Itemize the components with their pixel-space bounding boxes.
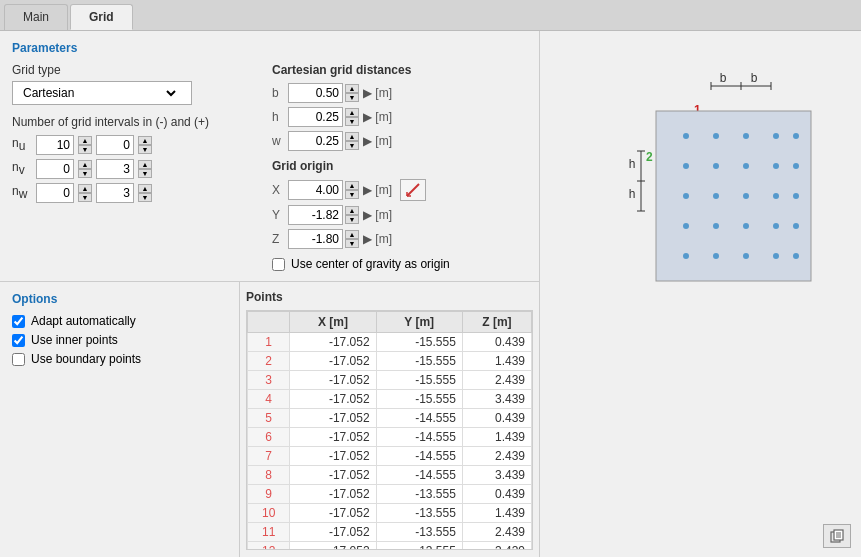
svg-text:h: h (628, 187, 635, 201)
option-adapt-checkbox[interactable] (12, 315, 25, 328)
nv-plus-up[interactable]: ▲ (138, 160, 152, 169)
svg-point-34 (773, 193, 779, 199)
interval-row-nu: nu ▲ ▼ ▲ ▼ (12, 135, 252, 155)
intervals-label: Number of grid intervals in (-) and (+) (12, 115, 252, 129)
option-adapt: Adapt automatically (12, 314, 227, 328)
option-inner-label[interactable]: Use inner points (31, 333, 118, 347)
nw-minus-up[interactable]: ▲ (78, 184, 92, 193)
gravity-checkbox[interactable] (272, 258, 285, 271)
origin-z-down[interactable]: ▼ (345, 239, 359, 248)
svg-point-43 (743, 253, 749, 259)
option-inner: Use inner points (12, 333, 227, 347)
nu-plus-input[interactable] (96, 135, 134, 155)
left-panel: Parameters Grid type Cartesian Cylindric… (0, 31, 540, 557)
col-header-y: Y [m] (376, 312, 462, 333)
points-table-container[interactable]: X [m] Y [m] Z [m] 1-17.052-15.5550.4392-… (246, 310, 533, 550)
origin-y-spinbtns: ▲ ▼ (345, 206, 359, 224)
origin-y-input[interactable] (288, 205, 343, 225)
option-boundary-label[interactable]: Use boundary points (31, 352, 141, 366)
nu-plus-up[interactable]: ▲ (138, 136, 152, 145)
nu-minus-down[interactable]: ▼ (78, 145, 92, 154)
cart-b-down[interactable]: ▼ (345, 93, 359, 102)
gravity-checkbox-row: Use center of gravity as origin (272, 257, 527, 271)
nu-plus-down[interactable]: ▼ (138, 145, 152, 154)
origin-z-input[interactable] (288, 229, 343, 249)
cartesian-title: Cartesian grid distances (272, 63, 527, 77)
option-inner-checkbox[interactable] (12, 334, 25, 347)
nw-minus-group: ▲ ▼ (36, 183, 92, 203)
nv-plus-down[interactable]: ▼ (138, 169, 152, 178)
cart-b-unit: ▶ [m] (363, 86, 392, 100)
svg-text:b: b (719, 71, 726, 85)
origin-row-y: Y ▲ ▼ ▶ [m] (272, 205, 527, 225)
parameters-section: Parameters Grid type Cartesian Cylindric… (0, 31, 539, 282)
cart-w-spinbtns: ▲ ▼ (345, 132, 359, 150)
svg-point-30 (793, 163, 799, 169)
table-row: 9-17.052-13.5550.439 (248, 485, 532, 504)
origin-x-up[interactable]: ▲ (345, 181, 359, 190)
cart-h-up[interactable]: ▲ (345, 108, 359, 117)
nv-plus-input[interactable] (96, 159, 134, 179)
svg-point-22 (713, 133, 719, 139)
svg-point-23 (743, 133, 749, 139)
origin-y-up[interactable]: ▲ (345, 206, 359, 215)
nw-minus-input[interactable] (36, 183, 74, 203)
tab-grid[interactable]: Grid (70, 4, 133, 30)
origin-z-up[interactable]: ▲ (345, 230, 359, 239)
nv-minus-down[interactable]: ▼ (78, 169, 92, 178)
grid-type-select[interactable]: Cartesian Cylindrical Polar (19, 85, 179, 101)
origin-x-input[interactable] (288, 180, 343, 200)
nv-minus-input[interactable] (36, 159, 74, 179)
gravity-label[interactable]: Use center of gravity as origin (291, 257, 450, 271)
option-adapt-label[interactable]: Adapt automatically (31, 314, 136, 328)
cart-b-up[interactable]: ▲ (345, 84, 359, 93)
svg-point-38 (743, 223, 749, 229)
grid-type-dropdown[interactable]: Cartesian Cylindrical Polar (12, 81, 192, 105)
table-header-row: X [m] Y [m] Z [m] (248, 312, 532, 333)
origin-y-down[interactable]: ▼ (345, 215, 359, 224)
cart-w-input[interactable] (288, 131, 343, 151)
nv-minus-up[interactable]: ▲ (78, 160, 92, 169)
nv-plus-group: ▲ ▼ (96, 159, 152, 179)
cart-h-input[interactable] (288, 107, 343, 127)
table-row: 3-17.052-15.5552.439 (248, 371, 532, 390)
origin-z-unit: ▶ [m] (363, 232, 392, 246)
points-table: X [m] Y [m] Z [m] 1-17.052-15.5550.4392-… (247, 311, 532, 550)
table-row: 11-17.052-13.5552.439 (248, 523, 532, 542)
main-content: Parameters Grid type Cartesian Cylindric… (0, 31, 861, 557)
svg-point-28 (743, 163, 749, 169)
tab-main[interactable]: Main (4, 4, 68, 30)
cart-b-label: b (272, 86, 288, 100)
cart-b-input[interactable] (288, 83, 343, 103)
table-row: 4-17.052-15.5553.439 (248, 390, 532, 409)
option-boundary: Use boundary points (12, 352, 227, 366)
option-boundary-checkbox[interactable] (12, 353, 25, 366)
svg-point-36 (683, 223, 689, 229)
params-left: Grid type Cartesian Cylindrical Polar Nu… (12, 63, 252, 271)
nu-minus-up[interactable]: ▲ (78, 136, 92, 145)
cart-b-spinbtns: ▲ ▼ (345, 84, 359, 102)
right-panel: b b h h 1 2 (540, 31, 861, 557)
nw-plus-down[interactable]: ▼ (138, 193, 152, 202)
nw-minus-down[interactable]: ▼ (78, 193, 92, 202)
svg-point-27 (713, 163, 719, 169)
grid-type-label: Grid type (12, 63, 252, 77)
diagram-area: b b h h 1 2 (576, 71, 826, 304)
export-button[interactable] (823, 524, 851, 548)
origin-x-down[interactable]: ▼ (345, 190, 359, 199)
points-tbody: 1-17.052-15.5550.4392-17.052-15.5551.439… (248, 333, 532, 551)
cart-h-down[interactable]: ▼ (345, 117, 359, 126)
nu-minus-input[interactable] (36, 135, 74, 155)
nw-plus-up[interactable]: ▲ (138, 184, 152, 193)
origin-snap-button[interactable] (400, 179, 426, 201)
cart-w-up[interactable]: ▲ (345, 132, 359, 141)
svg-text:2: 2 (646, 150, 653, 164)
svg-point-31 (683, 193, 689, 199)
cart-w-down[interactable]: ▼ (345, 141, 359, 150)
svg-point-29 (773, 163, 779, 169)
nw-plus-input[interactable] (96, 183, 134, 203)
interval-row-nw: nw ▲ ▼ ▲ ▼ (12, 183, 252, 203)
table-row: 8-17.052-14.5553.439 (248, 466, 532, 485)
svg-point-33 (743, 193, 749, 199)
parameters-title: Parameters (12, 41, 527, 55)
